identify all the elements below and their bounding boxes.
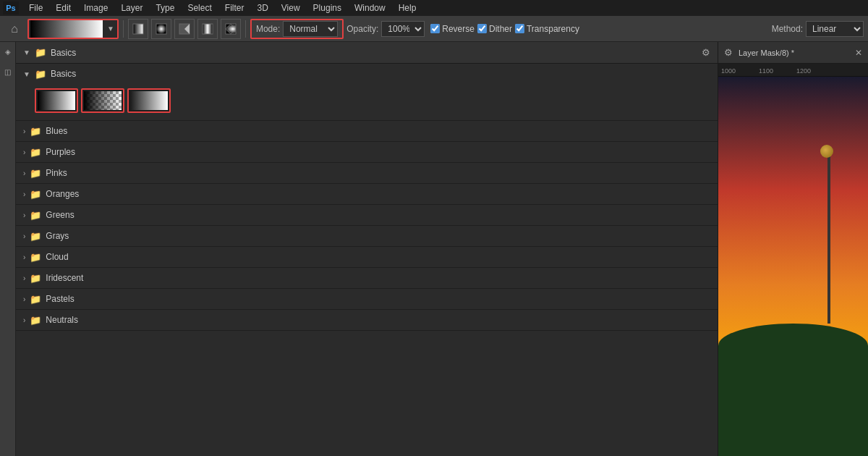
angle-gradient-btn[interactable]: [174, 19, 195, 39]
group-greens-header[interactable]: › 📁 Greens: [16, 205, 718, 225]
group-cloud: › 📁 Cloud: [16, 247, 718, 268]
panel-gear-btn[interactable]: ⚙: [702, 47, 710, 58]
menu-help[interactable]: Help: [393, 1, 422, 14]
swatch-container-1: [35, 88, 78, 113]
right-panel-ruler: 1000 1100 1200: [718, 64, 868, 77]
group-basics-name: Basics: [51, 69, 76, 79]
group-pastels-name: Pastels: [46, 294, 74, 304]
tree-area: [718, 324, 868, 456]
gradient-preview: [30, 20, 103, 38]
opacity-label: Opacity:: [346, 24, 378, 34]
menu-layer[interactable]: Layer: [115, 1, 148, 14]
reverse-label: Reverse: [442, 24, 475, 34]
group-neutrals-header[interactable]: › 📁 Neutrals: [16, 310, 718, 330]
group-oranges-folder: 📁: [30, 189, 41, 200]
group-cloud-header[interactable]: › 📁 Cloud: [16, 247, 718, 267]
radial-gradient-btn[interactable]: [151, 19, 171, 39]
swatch-bw[interactable]: [38, 91, 75, 110]
group-pastels: › 📁 Pastels: [16, 289, 718, 310]
linear-gradient-btn[interactable]: [128, 19, 148, 39]
menu-type[interactable]: Type: [150, 1, 180, 14]
home-button[interactable]: ⌂: [4, 19, 25, 39]
gradient-swatches-basics: [16, 84, 718, 120]
svg-rect-5: [226, 24, 236, 34]
panel-expand-arrow[interactable]: ▼: [23, 48, 30, 56]
group-basics-header[interactable]: ▼ 📁 Basics: [16, 64, 718, 84]
group-cloud-name: Cloud: [46, 252, 68, 262]
menu-select[interactable]: Select: [182, 1, 217, 14]
group-iridescent-arrow: ›: [23, 274, 25, 282]
gradient-selector[interactable]: ▼: [27, 19, 119, 39]
reverse-input[interactable]: [430, 24, 440, 33]
group-grays-header[interactable]: › 📁 Grays: [16, 226, 718, 246]
panel-actions: ⚙: [702, 47, 710, 58]
group-iridescent: › 📁 Iridescent: [16, 268, 718, 289]
transparency-input[interactable]: [515, 24, 524, 33]
group-blues-arrow: ›: [23, 127, 25, 135]
transparency-checkbox[interactable]: Transparency: [515, 24, 579, 34]
svg-rect-4: [203, 24, 213, 34]
group-cloud-arrow: ›: [23, 253, 25, 261]
menu-edit[interactable]: Edit: [50, 1, 77, 14]
panel-header: ▼ 📁 Basics ⚙: [16, 42, 718, 64]
left-toolbar: ◈ ◫: [0, 42, 16, 456]
menu-window[interactable]: Window: [349, 1, 391, 14]
menu-file[interactable]: File: [23, 1, 48, 14]
reverse-checkbox[interactable]: Reverse: [430, 24, 475, 34]
menu-view[interactable]: View: [276, 1, 306, 14]
group-iridescent-header[interactable]: › 📁 Iridescent: [16, 268, 718, 288]
group-purples-header[interactable]: › 📁 Purples: [16, 142, 718, 162]
dither-input[interactable]: [477, 24, 487, 33]
group-pastels-header[interactable]: › 📁 Pastels: [16, 289, 718, 309]
menu-3d[interactable]: 3D: [251, 1, 273, 14]
swatch-transparent[interactable]: [84, 91, 122, 110]
opacity-section: Opacity: 100% 75% 50%: [346, 21, 425, 37]
group-blues: › 📁 Blues: [16, 121, 718, 142]
right-panel-image: [718, 77, 868, 456]
panel-title: Basics: [51, 48, 76, 58]
reflected-gradient-btn[interactable]: [197, 19, 218, 39]
group-greens-name: Greens: [46, 210, 74, 220]
left-tool-2[interactable]: ◫: [1, 65, 14, 78]
dither-checkbox[interactable]: Dither: [477, 24, 512, 34]
method-select[interactable]: Linear Classic Perceptual: [806, 21, 864, 37]
swatch-container-3: [127, 88, 171, 113]
gradient-dropdown-arrow[interactable]: ▼: [104, 25, 117, 33]
group-neutrals: › 📁 Neutrals: [16, 310, 718, 331]
group-basics: ▼ 📁 Basics: [16, 64, 718, 121]
mode-label: Mode:: [256, 24, 280, 34]
group-oranges-header[interactable]: › 📁 Oranges: [16, 184, 718, 204]
swatch-bw2[interactable]: [130, 91, 168, 110]
mode-select[interactable]: Normal Dissolve Multiply: [283, 21, 338, 37]
right-panel-gear[interactable]: ⚙: [724, 47, 733, 58]
group-pinks-folder: 📁: [30, 168, 41, 179]
layer-mask-tab[interactable]: Layer Mask/8) *: [736, 47, 797, 59]
toolbar-sep-2: [245, 20, 246, 38]
menu-bar: Ps File Edit Image Layer Type Select Fil…: [0, 0, 868, 16]
diamond-gradient-btn[interactable]: [221, 19, 241, 39]
panel-folder-icon: 📁: [35, 47, 46, 58]
group-pinks-header[interactable]: › 📁 Pinks: [16, 163, 718, 183]
lamp-ball: [820, 145, 833, 158]
ruler-tick-1000: 1000: [721, 67, 759, 75]
menu-plugins[interactable]: Plugins: [307, 1, 347, 14]
right-panel-header: ⚙ Layer Mask/8) * ✕: [718, 42, 868, 64]
menu-filter[interactable]: Filter: [219, 1, 250, 14]
toolbar-sep-1: [123, 20, 124, 38]
group-neutrals-folder: 📁: [30, 315, 41, 326]
panel-scroll[interactable]: ▼ 📁 Basics: [16, 64, 718, 456]
group-pinks-name: Pinks: [46, 168, 67, 178]
transparency-label: Transparency: [527, 24, 579, 34]
group-purples-folder: 📁: [30, 147, 41, 158]
svg-rect-1: [156, 24, 166, 34]
group-purples-arrow: ›: [23, 148, 25, 156]
toolbar: ⌂ ▼ Mode: Normal Dissolve Multiply Opaci…: [0, 16, 868, 42]
opacity-select[interactable]: 100% 75% 50%: [381, 21, 425, 37]
menu-image[interactable]: Image: [78, 1, 114, 14]
left-tool-1[interactable]: ◈: [1, 45, 14, 58]
group-oranges-arrow: ›: [23, 190, 25, 198]
ruler-numbers: 1000 1100 1200: [718, 67, 834, 75]
dither-label: Dither: [489, 24, 512, 34]
right-panel-close[interactable]: ✕: [855, 48, 862, 58]
group-blues-header[interactable]: › 📁 Blues: [16, 121, 718, 141]
